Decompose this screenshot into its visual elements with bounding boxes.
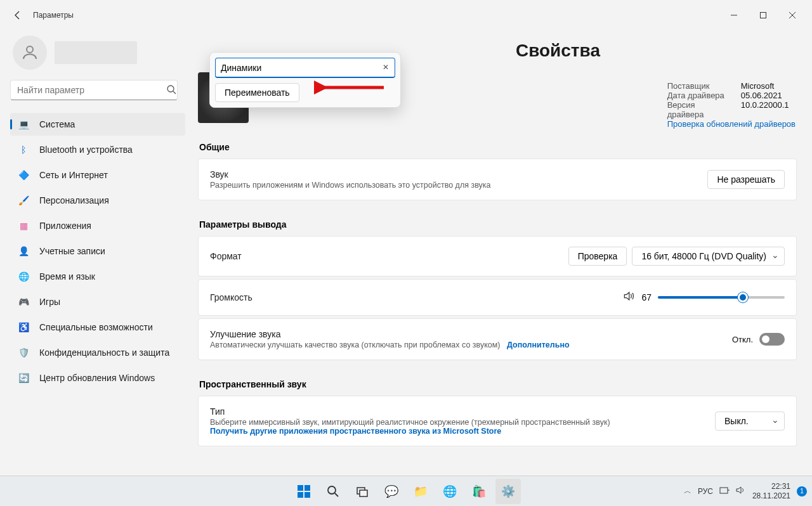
- nav-icon: 🌐: [18, 271, 29, 282]
- type-title: Тип: [210, 406, 610, 417]
- svg-rect-14: [720, 488, 728, 493]
- avatar: [13, 36, 47, 70]
- spatial-dropdown[interactable]: Выкл.: [715, 412, 785, 431]
- section-spatial: Пространственный звук: [199, 379, 797, 389]
- nav-icon: ▦: [18, 220, 29, 231]
- sidebar-item-1[interactable]: ᛒBluetooth и устройства: [10, 138, 185, 161]
- nav-label: Сеть и Интернет: [39, 170, 108, 180]
- speaker-icon: [622, 290, 635, 305]
- test-button[interactable]: Проверка: [568, 247, 627, 266]
- sidebar-item-10[interactable]: 🔄Центр обновления Windows: [10, 367, 185, 389]
- nav-icon: ♿: [18, 321, 29, 333]
- sidebar-item-9[interactable]: 🛡️Конфиденциальность и защита: [10, 341, 185, 364]
- network-icon[interactable]: [719, 486, 730, 496]
- meta-version-label: Версия драйвера: [667, 100, 728, 119]
- nav-icon: 🖌️: [18, 195, 29, 206]
- sidebar-item-4[interactable]: ▦Приложения: [10, 214, 185, 237]
- sidebar-item-7[interactable]: 🎮Игры: [10, 290, 185, 313]
- nav-label: Учетные записи: [39, 246, 105, 256]
- sound-subtitle: Разрешить приложениям и Windows использо…: [210, 181, 490, 190]
- svg-rect-13: [360, 490, 367, 496]
- sidebar-item-0[interactable]: 💻Система: [10, 113, 185, 136]
- enhance-title: Улучшение звука: [210, 329, 570, 339]
- nav-icon: 🔄: [18, 372, 29, 384]
- user-block[interactable]: [10, 30, 185, 80]
- enhance-state: Откл.: [732, 335, 753, 344]
- nav-icon: 💻: [18, 119, 29, 130]
- enhance-subtitle: Автоматически улучшать качество звука (о…: [210, 341, 501, 349]
- explorer-icon[interactable]: 📁: [408, 479, 433, 504]
- enhance-more-link[interactable]: Дополнительно: [507, 341, 570, 349]
- nav-icon: ᛒ: [18, 144, 29, 155]
- svg-line-11: [335, 493, 338, 496]
- driver-update-link[interactable]: Проверка обновлений драйверов: [667, 119, 796, 129]
- language-indicator[interactable]: РУС: [698, 487, 713, 496]
- nav-icon: 🛡️: [18, 347, 29, 358]
- nav-icon: 🎮: [18, 296, 29, 308]
- tray-chevron-icon[interactable]: ︿: [684, 486, 691, 496]
- nav-label: Игры: [39, 297, 60, 307]
- chat-icon[interactable]: 💬: [379, 479, 404, 504]
- search-input[interactable]: [10, 80, 178, 100]
- user-info: [55, 41, 137, 64]
- annotation-arrow: [314, 76, 390, 99]
- nav-label: Специальные возможности: [39, 322, 153, 332]
- enhance-toggle[interactable]: [759, 333, 785, 346]
- nav-icon: 🔷: [18, 169, 29, 181]
- nav-label: Конфиденциальность и защита: [39, 347, 169, 358]
- notification-badge[interactable]: 1: [797, 486, 807, 496]
- spatial-store-link[interactable]: Получить другие приложения пространствен…: [210, 427, 610, 436]
- svg-rect-8: [298, 492, 303, 498]
- format-dropdown[interactable]: 16 бит, 48000 Гц (DVD Quality): [632, 247, 785, 266]
- nav-label: Приложения: [39, 221, 91, 231]
- nav-label: Система: [39, 119, 75, 129]
- sidebar-item-5[interactable]: 👤Учетные записи: [10, 240, 185, 263]
- meta-date-label: Дата драйвера: [667, 91, 728, 100]
- volume-value: 67: [641, 292, 652, 302]
- sidebar-item-3[interactable]: 🖌️Персонализация: [10, 189, 185, 212]
- svg-rect-7: [304, 485, 310, 491]
- meta-date-value: 05.06.2021: [741, 91, 782, 100]
- clear-input-icon[interactable]: ✕: [383, 63, 389, 72]
- settings-icon[interactable]: ⚙️: [495, 479, 521, 504]
- sidebar-item-2[interactable]: 🔷Сеть и Интернет: [10, 164, 185, 186]
- minimize-button[interactable]: [719, 5, 749, 25]
- svg-point-3: [167, 86, 174, 92]
- maximize-button[interactable]: [749, 5, 778, 25]
- nav-icon: 👤: [18, 245, 29, 257]
- driver-meta: ПоставщикMicrosoft Дата драйвера05.06.20…: [667, 81, 796, 129]
- svg-point-2: [27, 46, 33, 53]
- svg-rect-6: [298, 485, 303, 491]
- start-button[interactable]: [291, 479, 317, 504]
- nav-label: Время и язык: [39, 271, 95, 282]
- sidebar-item-6[interactable]: 🌐Время и язык: [10, 265, 185, 288]
- store-icon[interactable]: 🛍️: [466, 479, 492, 504]
- sidebar-item-8[interactable]: ♿Специальные возможности: [10, 316, 185, 339]
- task-view-icon[interactable]: [350, 479, 375, 504]
- svg-line-4: [173, 91, 176, 94]
- taskbar-search-icon[interactable]: [320, 479, 346, 504]
- rename-button[interactable]: Переименовать: [215, 83, 299, 102]
- type-subtitle: Выберите иммерсивный звук, имитирующий р…: [210, 418, 610, 427]
- meta-version-value: 10.0.22000.1: [741, 100, 789, 119]
- svg-point-10: [328, 486, 336, 494]
- edge-icon[interactable]: 🌐: [437, 479, 462, 504]
- svg-rect-9: [304, 492, 310, 498]
- back-button[interactable]: [5, 3, 30, 28]
- meta-provider-value: Microsoft: [741, 81, 775, 91]
- format-title: Формат: [210, 251, 242, 261]
- meta-provider-label: Поставщик: [667, 81, 728, 91]
- svg-rect-1: [761, 13, 766, 18]
- section-general: Общие: [199, 142, 797, 152]
- volume-slider[interactable]: [658, 296, 785, 299]
- close-button[interactable]: [778, 5, 807, 25]
- disallow-button[interactable]: Не разрешать: [707, 170, 785, 189]
- volume-icon[interactable]: [736, 486, 746, 496]
- clock[interactable]: 22:31 28.11.2021: [752, 482, 790, 500]
- window-title: Параметры: [33, 11, 74, 20]
- nav-label: Bluetooth и устройства: [39, 145, 133, 155]
- sound-title: Звук: [210, 169, 490, 179]
- search-icon: [166, 84, 176, 97]
- nav-label: Центр обновления Windows: [39, 373, 155, 383]
- rename-input[interactable]: [215, 58, 395, 78]
